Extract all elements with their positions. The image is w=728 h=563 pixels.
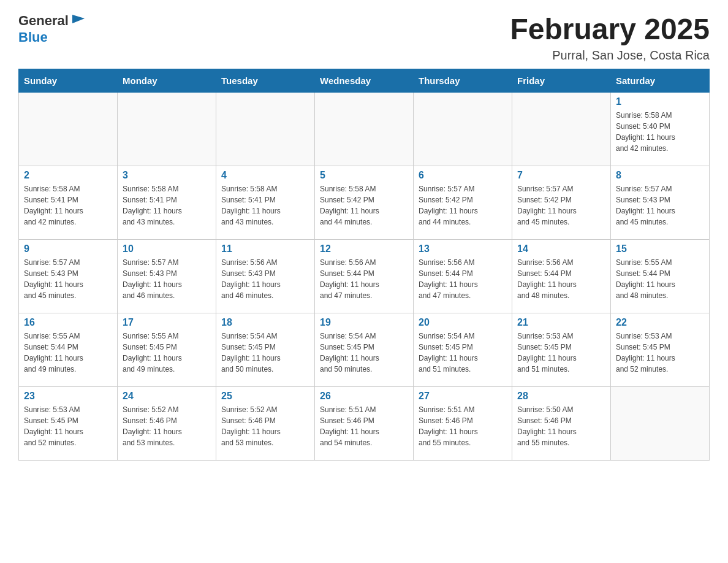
calendar-cell: 17Sunrise: 5:55 AM Sunset: 5:45 PM Dayli… [118,313,216,387]
day-info: Sunrise: 5:55 AM Sunset: 5:45 PM Dayligh… [123,331,211,375]
calendar-cell: 19Sunrise: 5:54 AM Sunset: 5:45 PM Dayli… [315,313,414,387]
logo-row1: General [18,12,87,29]
day-info: Sunrise: 5:55 AM Sunset: 5:44 PM Dayligh… [24,331,112,375]
day-number: 20 [419,317,507,328]
day-info: Sunrise: 5:54 AM Sunset: 5:45 PM Dayligh… [320,331,408,375]
calendar-cell: 3Sunrise: 5:58 AM Sunset: 5:41 PM Daylig… [118,166,216,240]
day-number: 15 [616,243,704,255]
day-info: Sunrise: 5:58 AM Sunset: 5:41 PM Dayligh… [123,183,211,228]
calendar-cell: 20Sunrise: 5:54 AM Sunset: 5:45 PM Dayli… [414,313,512,387]
weekday-header-monday: Monday [118,69,216,93]
day-info: Sunrise: 5:57 AM Sunset: 5:42 PM Dayligh… [517,183,605,228]
day-number: 4 [221,170,309,181]
day-number: 14 [517,243,605,255]
day-number: 5 [320,170,408,181]
calendar-cell: 7Sunrise: 5:57 AM Sunset: 5:42 PM Daylig… [512,166,611,240]
calendar-cell: 11Sunrise: 5:56 AM Sunset: 5:43 PM Dayli… [216,240,315,313]
day-number: 27 [419,391,507,402]
day-info: Sunrise: 5:52 AM Sunset: 5:46 PM Dayligh… [221,404,309,448]
day-number: 8 [616,170,704,181]
calendar-cell: 2Sunrise: 5:58 AM Sunset: 5:41 PM Daylig… [19,166,118,240]
day-number: 19 [320,317,408,328]
day-number: 13 [419,243,507,255]
calendar-week-row: 23Sunrise: 5:53 AM Sunset: 5:45 PM Dayli… [19,387,710,461]
day-number: 10 [123,243,211,255]
day-number: 7 [517,170,605,181]
calendar-table: SundayMondayTuesdayWednesdayThursdayFrid… [18,69,710,461]
day-number: 11 [221,243,309,255]
day-number: 12 [320,243,408,255]
day-info: Sunrise: 5:50 AM Sunset: 5:46 PM Dayligh… [517,404,605,448]
day-info: Sunrise: 5:52 AM Sunset: 5:46 PM Dayligh… [123,404,211,448]
calendar-cell: 4Sunrise: 5:58 AM Sunset: 5:41 PM Daylig… [216,166,315,240]
page-header: General Blue February 2025 Purral, San J… [18,12,710,63]
day-info: Sunrise: 5:53 AM Sunset: 5:45 PM Dayligh… [24,404,112,448]
day-number: 23 [24,391,112,402]
calendar-cell [611,387,710,461]
day-number: 26 [320,391,408,402]
calendar-cell: 13Sunrise: 5:56 AM Sunset: 5:44 PM Dayli… [414,240,512,313]
weekday-header-friday: Friday [512,69,611,93]
weekday-header-saturday: Saturday [611,69,710,93]
day-info: Sunrise: 5:56 AM Sunset: 5:44 PM Dayligh… [320,257,408,301]
calendar-cell: 16Sunrise: 5:55 AM Sunset: 5:44 PM Dayli… [19,313,118,387]
calendar-week-row: 2Sunrise: 5:58 AM Sunset: 5:41 PM Daylig… [19,166,710,240]
calendar-cell: 8Sunrise: 5:57 AM Sunset: 5:43 PM Daylig… [611,166,710,240]
day-info: Sunrise: 5:58 AM Sunset: 5:42 PM Dayligh… [320,183,408,228]
day-info: Sunrise: 5:57 AM Sunset: 5:43 PM Dayligh… [24,257,112,301]
day-number: 3 [123,170,211,181]
calendar-cell: 9Sunrise: 5:57 AM Sunset: 5:43 PM Daylig… [19,240,118,313]
day-number: 18 [221,317,309,328]
day-number: 6 [419,170,507,181]
calendar-cell: 26Sunrise: 5:51 AM Sunset: 5:46 PM Dayli… [315,387,414,461]
day-number: 2 [24,170,112,181]
day-info: Sunrise: 5:58 AM Sunset: 5:41 PM Dayligh… [221,183,309,228]
day-number: 28 [517,391,605,402]
weekday-header-tuesday: Tuesday [216,69,315,93]
location-title: Purral, San Jose, Costa Rica [510,48,710,63]
calendar-cell: 22Sunrise: 5:53 AM Sunset: 5:45 PM Dayli… [611,313,710,387]
day-number: 1 [616,96,704,107]
day-info: Sunrise: 5:54 AM Sunset: 5:45 PM Dayligh… [419,331,507,375]
calendar-cell [118,93,216,166]
day-info: Sunrise: 5:54 AM Sunset: 5:45 PM Dayligh… [221,331,309,375]
logo-flag-icon [70,12,87,29]
day-info: Sunrise: 5:57 AM Sunset: 5:42 PM Dayligh… [419,183,507,228]
day-info: Sunrise: 5:58 AM Sunset: 5:41 PM Dayligh… [24,183,112,228]
calendar-cell [512,93,611,166]
calendar-cell [216,93,315,166]
day-info: Sunrise: 5:56 AM Sunset: 5:44 PM Dayligh… [419,257,507,301]
day-info: Sunrise: 5:58 AM Sunset: 5:40 PM Dayligh… [616,110,704,154]
month-title: February 2025 [510,12,710,46]
calendar-cell: 18Sunrise: 5:54 AM Sunset: 5:45 PM Dayli… [216,313,315,387]
calendar-cell: 1Sunrise: 5:58 AM Sunset: 5:40 PM Daylig… [611,93,710,166]
calendar-cell: 21Sunrise: 5:53 AM Sunset: 5:45 PM Dayli… [512,313,611,387]
calendar-week-row: 1Sunrise: 5:58 AM Sunset: 5:40 PM Daylig… [19,93,710,166]
calendar-header-row: SundayMondayTuesdayWednesdayThursdayFrid… [19,69,710,93]
calendar-cell: 10Sunrise: 5:57 AM Sunset: 5:43 PM Dayli… [118,240,216,313]
calendar-cell [19,93,118,166]
logo-row2: Blue [18,29,48,45]
day-info: Sunrise: 5:56 AM Sunset: 5:44 PM Dayligh… [517,257,605,301]
weekday-header-wednesday: Wednesday [315,69,414,93]
calendar-cell: 24Sunrise: 5:52 AM Sunset: 5:46 PM Dayli… [118,387,216,461]
calendar-cell: 14Sunrise: 5:56 AM Sunset: 5:44 PM Dayli… [512,240,611,313]
day-number: 16 [24,317,112,328]
title-block: February 2025 Purral, San Jose, Costa Ri… [510,12,710,63]
calendar-cell: 5Sunrise: 5:58 AM Sunset: 5:42 PM Daylig… [315,166,414,240]
calendar-cell: 27Sunrise: 5:51 AM Sunset: 5:46 PM Dayli… [414,387,512,461]
day-number: 24 [123,391,211,402]
calendar-cell: 25Sunrise: 5:52 AM Sunset: 5:46 PM Dayli… [216,387,315,461]
day-number: 25 [221,391,309,402]
logo-blue-text: Blue [18,29,48,45]
day-number: 9 [24,243,112,255]
day-info: Sunrise: 5:53 AM Sunset: 5:45 PM Dayligh… [616,331,704,375]
calendar-cell: 6Sunrise: 5:57 AM Sunset: 5:42 PM Daylig… [414,166,512,240]
calendar-cell: 23Sunrise: 5:53 AM Sunset: 5:45 PM Dayli… [19,387,118,461]
calendar-cell: 12Sunrise: 5:56 AM Sunset: 5:44 PM Dayli… [315,240,414,313]
calendar-week-row: 9Sunrise: 5:57 AM Sunset: 5:43 PM Daylig… [19,240,710,313]
logo-general-text: General [18,13,69,29]
weekday-header-thursday: Thursday [414,69,512,93]
calendar-cell [315,93,414,166]
logo: General Blue [18,12,87,45]
